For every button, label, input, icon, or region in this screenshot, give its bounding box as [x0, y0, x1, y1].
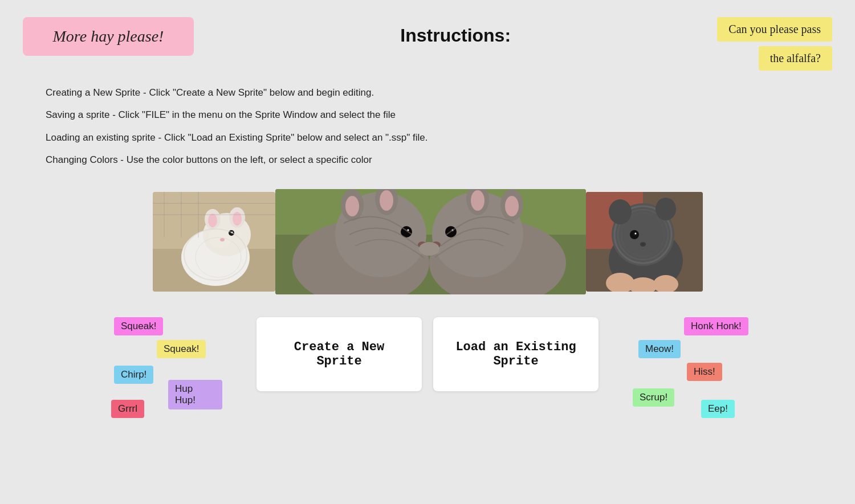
instruction-line-2: Saving a sprite - Click "FILE" in the me…	[46, 104, 809, 125]
load-existing-sprite-button[interactable]: Load an Existing Sprite	[433, 317, 598, 391]
svg-point-26	[380, 190, 393, 211]
left-sound-tag-3: Hup Hup!	[168, 380, 222, 409]
yellow-notes: Can you please pass the alfalfa?	[717, 17, 832, 71]
top-area: More hay please! Instructions: Can you p…	[0, 0, 855, 76]
chinchilla-photo-center	[275, 189, 586, 294]
right-sounds: Honk Honk!Meow!Hiss!Scrup!Eep!	[633, 312, 832, 425]
chinchilla-photo-right	[586, 192, 703, 292]
create-new-sprite-button[interactable]: Create a New Sprite	[256, 317, 422, 391]
buttons-area: Create a New Sprite Load an Existing Spr…	[222, 312, 633, 391]
instructions-title: Instructions:	[205, 17, 706, 46]
pink-banner: More hay please!	[23, 17, 194, 56]
instructions-list: Creating a New Sprite - Click "Create a …	[0, 76, 855, 183]
svg-point-41	[419, 242, 439, 256]
right-sound-tag-0: Honk Honk!	[684, 317, 748, 335]
left-sounds: Squeak!Squeak!Chirp!Hup Hup!Grrrl	[23, 312, 222, 425]
right-sound-tag-3: Scrup!	[633, 388, 674, 407]
instruction-line-4: Changing Colors - Use the color buttons …	[46, 149, 809, 170]
chinchilla-photo-left	[153, 192, 275, 292]
svg-point-50	[656, 198, 676, 220]
bottom-section: Squeak!Squeak!Chirp!Hup Hup!Grrrl Create…	[0, 306, 855, 431]
yellow-note-2: the alfalfa?	[759, 46, 832, 71]
svg-point-24	[345, 196, 359, 216]
svg-point-53	[634, 232, 636, 234]
svg-point-5	[208, 214, 217, 227]
left-sound-tag-2: Chirp!	[114, 366, 153, 384]
svg-point-34	[471, 190, 484, 211]
left-sound-tag-0: Squeak!	[114, 317, 163, 335]
instruction-line-3: Loading an existing sprite - Click "Load…	[46, 127, 809, 148]
svg-point-7	[233, 212, 242, 226]
yellow-note-1: Can you please pass	[717, 17, 832, 42]
svg-point-36	[505, 196, 519, 216]
instruction-line-1: Creating a New Sprite - Click "Create a …	[46, 82, 809, 103]
svg-point-54	[640, 242, 646, 247]
right-sound-tag-2: Hiss!	[687, 363, 722, 381]
right-sound-tag-4: Eep!	[701, 400, 735, 418]
left-sound-tag-4: Grrrl	[111, 400, 144, 418]
right-sound-tag-1: Meow!	[638, 340, 681, 358]
photos-row	[0, 183, 855, 300]
left-sound-tag-1: Squeak!	[157, 340, 206, 358]
svg-point-49	[609, 199, 632, 224]
svg-point-11	[220, 238, 225, 241]
